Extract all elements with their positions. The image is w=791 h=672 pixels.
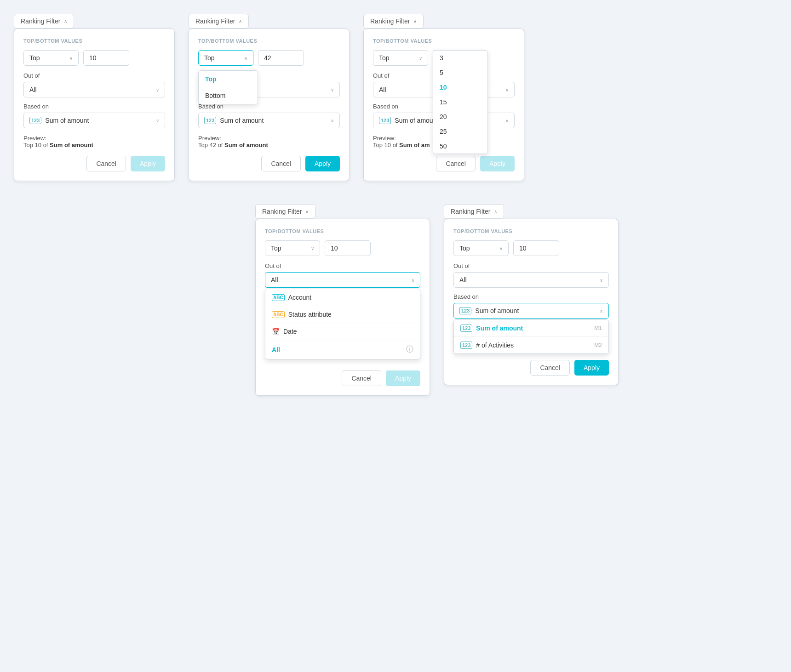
card-2: TOP/BOTTOM VALUES Top ∧ Top Bottom Out o… bbox=[189, 28, 350, 181]
outof-item-status[interactable]: ABC Status attribute bbox=[265, 306, 420, 323]
top-bottom-select-2[interactable]: Top ∧ bbox=[198, 50, 253, 66]
num-opt-10[interactable]: 10 bbox=[433, 80, 487, 95]
cancel-btn-1[interactable]: Cancel bbox=[86, 156, 126, 171]
preview-label-3: Preview: bbox=[373, 135, 396, 142]
card-3: TOP/BOTTOM VALUES Top ∨ 3 5 10 15 20 25 … bbox=[363, 28, 524, 181]
top-bottom-select-1[interactable]: Top ∨ bbox=[23, 50, 79, 66]
card5-wrapper: Ranking Filter ∧ TOP/BOTTOM VALUES Top ∨… bbox=[444, 204, 619, 385]
footer-3: Cancel Apply bbox=[373, 156, 515, 171]
chevron-up-icon-2: ∧ bbox=[239, 19, 242, 24]
num-opt-5[interactable]: 5 bbox=[433, 65, 487, 80]
number-input-1[interactable] bbox=[83, 50, 129, 66]
num-opt-20[interactable]: 20 bbox=[433, 109, 487, 124]
icon-123-3: 123 bbox=[379, 117, 391, 124]
ranking-filter-label-3: Ranking Filter bbox=[370, 17, 410, 25]
calendar-icon-date: 📅 bbox=[272, 328, 280, 335]
outof-label-all: All bbox=[272, 346, 280, 353]
dropdown-item-top-2[interactable]: Top bbox=[199, 71, 258, 87]
number-dropdown-3: 3 5 10 15 20 25 50 bbox=[433, 50, 488, 154]
ranking-filter-label-1: Ranking Filter bbox=[21, 17, 60, 25]
outof-dropdown-4: ABC Account ABC Status attribute 📅 Date … bbox=[265, 289, 420, 359]
chevron-down-icon-5: ∨ bbox=[499, 246, 503, 251]
outof-select-4[interactable]: All ∧ bbox=[265, 272, 420, 288]
number-input-4[interactable] bbox=[325, 240, 371, 256]
chevron-down-basedon-1: ∨ bbox=[156, 118, 159, 123]
basedon-select-2[interactable]: 123 Sum of amount ∨ bbox=[198, 113, 340, 128]
chevron-up-basedon-5: ∧ bbox=[600, 308, 603, 313]
outof-label-4: Out of bbox=[265, 262, 420, 269]
num-opt-3[interactable]: 3 bbox=[433, 51, 487, 65]
outof-label-account: Account bbox=[288, 294, 312, 301]
basedon-item-activities[interactable]: 123 # of Activities M2 bbox=[454, 337, 608, 353]
card4-wrapper: Ranking Filter ∧ TOP/BOTTOM VALUES Top ∨… bbox=[255, 204, 430, 396]
outof-item-all[interactable]: All ⓘ bbox=[265, 340, 420, 359]
outof-label-5: Out of bbox=[453, 262, 609, 269]
outof-item-account[interactable]: ABC Account bbox=[265, 289, 420, 306]
num-opt-15[interactable]: 15 bbox=[433, 95, 487, 109]
cancel-btn-5[interactable]: Cancel bbox=[530, 360, 570, 376]
top-controls-1: Top ∨ bbox=[23, 50, 165, 66]
top-select-value-1: Top bbox=[29, 54, 40, 62]
outof-select-1[interactable]: All ∨ bbox=[23, 82, 165, 97]
card3-wrapper: Ranking Filter ∧ TOP/BOTTOM VALUES Top ∨… bbox=[363, 14, 524, 181]
preview-bold-3: Sum of am bbox=[399, 142, 430, 148]
top-select-value-4: Top bbox=[271, 245, 281, 252]
chevron-down-outof-2: ∨ bbox=[331, 87, 334, 92]
apply-btn-3[interactable]: Apply bbox=[480, 156, 515, 171]
apply-btn-2[interactable]: Apply bbox=[305, 156, 340, 171]
card2-wrapper: Ranking Filter ∧ TOP/BOTTOM VALUES Top ∧… bbox=[189, 14, 350, 181]
section-label-3: TOP/BOTTOM VALUES bbox=[373, 38, 515, 44]
chevron-down-icon-4: ∨ bbox=[311, 246, 314, 251]
help-icon-all: ⓘ bbox=[406, 345, 413, 354]
basedon-item-sum[interactable]: 123 Sum of amount M1 bbox=[454, 320, 608, 337]
ranking-filter-btn-2[interactable]: Ranking Filter ∧ bbox=[189, 14, 249, 28]
preview-label-2: Preview: bbox=[198, 135, 221, 142]
top-controls-2: Top ∧ Top Bottom bbox=[198, 50, 340, 66]
num-opt-50[interactable]: 50 bbox=[433, 139, 487, 154]
apply-btn-1[interactable]: Apply bbox=[131, 156, 165, 171]
ranking-filter-btn-1[interactable]: Ranking Filter ∧ bbox=[14, 14, 74, 28]
basedon-select-5[interactable]: 123 Sum of amount ∧ bbox=[453, 303, 609, 319]
basedon-select-1[interactable]: 123 Sum of amount ∨ bbox=[23, 113, 165, 128]
outof-select-5[interactable]: All ∨ bbox=[453, 272, 609, 288]
top-bottom-select-5[interactable]: Top ∨ bbox=[453, 240, 509, 256]
chevron-up-icon-3: ∧ bbox=[413, 19, 417, 24]
chevron-up-icon-1: ∧ bbox=[64, 19, 67, 24]
top-bottom-select-3[interactable]: Top ∨ bbox=[373, 50, 428, 66]
chevron-up-icon-4: ∧ bbox=[305, 209, 309, 214]
card1-wrapper: Ranking Filter ∧ TOP/BOTTOM VALUES Top ∨… bbox=[14, 14, 175, 181]
cancel-btn-3[interactable]: Cancel bbox=[436, 156, 476, 171]
basedon-wrapper-5: 123 Sum of amount ∧ 123 Sum of amount M1… bbox=[453, 303, 609, 319]
preview-text-3: Top 10 of bbox=[373, 142, 399, 148]
ranking-filter-btn-5[interactable]: Ranking Filter ∧ bbox=[444, 204, 504, 219]
basedon-value-2: Sum of amount bbox=[220, 117, 264, 124]
outof-value-1: All bbox=[29, 86, 37, 93]
icon-abc-orange-status: ABC bbox=[272, 311, 285, 318]
chevron-down-icon-3: ∨ bbox=[419, 56, 422, 61]
chevron-down-outof-1: ∨ bbox=[156, 87, 159, 92]
num-opt-25[interactable]: 25 bbox=[433, 124, 487, 139]
section-label-5: TOP/BOTTOM VALUES bbox=[453, 228, 609, 234]
outof-wrapper-4: All ∧ ABC Account ABC Status attribute 📅… bbox=[265, 272, 420, 288]
basedon-value-3: Sum of amou bbox=[395, 117, 433, 124]
apply-btn-5[interactable]: Apply bbox=[574, 360, 609, 376]
ranking-filter-btn-3[interactable]: Ranking Filter ∧ bbox=[363, 14, 424, 28]
top-controls-5: Top ∨ bbox=[453, 240, 609, 256]
cancel-btn-4[interactable]: Cancel bbox=[342, 370, 381, 386]
icon-123-sum: 123 bbox=[460, 325, 472, 332]
cancel-btn-2[interactable]: Cancel bbox=[261, 156, 301, 171]
preview-label-1: Preview: bbox=[23, 135, 46, 142]
dropdown-item-bottom-2[interactable]: Bottom bbox=[199, 87, 258, 104]
section-label-2: TOP/BOTTOM VALUES bbox=[198, 38, 340, 44]
outof-label-status: Status attribute bbox=[288, 311, 332, 318]
basedon-activities-measure: M2 bbox=[594, 342, 602, 348]
outof-item-date[interactable]: 📅 Date bbox=[265, 323, 420, 340]
outof-value-5: All bbox=[459, 276, 467, 284]
top-bottom-select-4[interactable]: Top ∨ bbox=[265, 240, 320, 256]
section-label-4: TOP/BOTTOM VALUES bbox=[265, 228, 420, 234]
number-input-5[interactable] bbox=[513, 240, 559, 256]
apply-btn-4[interactable]: Apply bbox=[386, 370, 420, 386]
number-input-2[interactable] bbox=[258, 50, 304, 66]
icon-123-activities: 123 bbox=[460, 342, 472, 349]
ranking-filter-btn-4[interactable]: Ranking Filter ∧ bbox=[255, 204, 315, 219]
